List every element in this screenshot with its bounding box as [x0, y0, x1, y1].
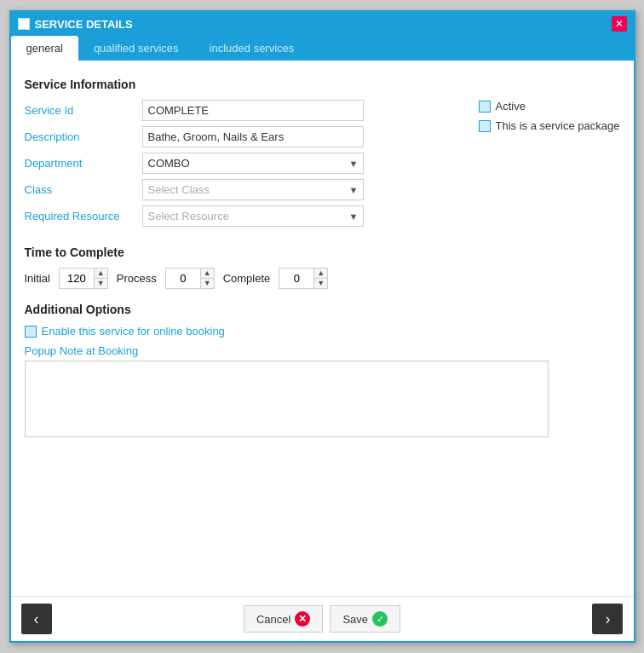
complete-input[interactable] [279, 269, 313, 287]
initial-spinner: ▲ ▼ [59, 268, 108, 289]
process-spinner: ▲ ▼ [165, 268, 215, 289]
service-package-checkbox[interactable] [479, 120, 491, 132]
title-bar: SERVICE DETAILS ✕ [11, 12, 634, 36]
required-resource-label: Required Resource [25, 210, 135, 222]
tab-bar: general qualified services included serv… [11, 36, 634, 61]
initial-input[interactable] [60, 269, 94, 287]
time-section-title: Time to Complete [25, 246, 620, 259]
additional-options-section: Additional Options Enable this service f… [25, 303, 620, 441]
department-select[interactable]: COMBO [142, 153, 364, 174]
active-checkbox-row: Active [479, 100, 620, 113]
save-label: Save [342, 613, 368, 626]
next-button[interactable]: › [592, 604, 623, 634]
process-arrows: ▲ ▼ [200, 269, 214, 288]
service-form-grid: Service Id Description Department COMBO … [25, 100, 445, 227]
online-booking-checkbox[interactable] [25, 326, 37, 338]
class-label: Class [25, 183, 135, 196]
process-up-button[interactable]: ▲ [201, 269, 214, 279]
tab-included-services[interactable]: included services [194, 36, 310, 61]
initial-up-button[interactable]: ▲ [95, 269, 107, 279]
service-information-title: Service Information [25, 78, 620, 91]
service-details-window: SERVICE DETAILS ✕ general qualified serv… [9, 10, 635, 643]
additional-options-title: Additional Options [25, 303, 620, 316]
process-down-button[interactable]: ▼ [201, 279, 214, 288]
active-label: Active [496, 100, 526, 113]
save-button[interactable]: Save ✓ [330, 605, 400, 633]
close-button[interactable]: ✕ [612, 16, 627, 32]
complete-spinner: ▲ ▼ [279, 268, 328, 289]
online-booking-label: Enable this service for online booking [42, 325, 225, 338]
process-label: Process [117, 272, 157, 285]
service-package-label: This is a service package [496, 119, 620, 132]
popup-note-textarea[interactable] [25, 361, 549, 437]
tab-qualified-services[interactable]: qualified services [78, 36, 194, 61]
process-input[interactable] [166, 269, 200, 287]
initial-arrows: ▲ ▼ [94, 269, 107, 288]
footer-center: Cancel ✕ Save ✓ [244, 605, 400, 633]
cancel-button[interactable]: Cancel ✕ [244, 605, 323, 633]
department-label: Department [25, 157, 135, 170]
complete-down-button[interactable]: ▼ [314, 279, 327, 288]
tab-general[interactable]: general [11, 36, 78, 61]
main-content: Service Information Service Id Descripti… [11, 61, 634, 596]
right-checkboxes: Active This is a service package [479, 100, 620, 132]
cancel-label: Cancel [256, 613, 290, 626]
department-select-wrapper: COMBO ▼ [142, 153, 364, 174]
description-label: Description [25, 130, 135, 143]
service-id-input[interactable] [142, 100, 364, 121]
service-id-label: Service Id [25, 104, 135, 117]
footer: ‹ Cancel ✕ Save ✓ › [11, 596, 634, 641]
description-input[interactable] [142, 126, 364, 147]
complete-arrows: ▲ ▼ [313, 269, 327, 288]
save-icon: ✓ [372, 611, 388, 627]
complete-up-button[interactable]: ▲ [314, 269, 327, 279]
class-select[interactable]: Select Class [142, 179, 364, 200]
service-info-section: Service Id Description Department COMBO … [25, 100, 620, 234]
resource-select-wrapper: Select Resource ▼ [142, 205, 364, 227]
prev-button[interactable]: ‹ [21, 604, 52, 634]
online-booking-row: Enable this service for online booking [25, 325, 620, 338]
left-form: Service Id Description Department COMBO … [25, 100, 445, 234]
window-title: SERVICE DETAILS [35, 18, 133, 31]
cancel-icon: ✕ [295, 611, 310, 627]
initial-label: Initial [25, 272, 50, 285]
initial-down-button[interactable]: ▼ [95, 279, 107, 288]
window-icon [18, 18, 30, 30]
popup-note-label: Popup Note at Booking [25, 344, 620, 357]
class-select-wrapper: Select Class ▼ [142, 179, 364, 200]
service-package-checkbox-row: This is a service package [479, 119, 620, 132]
time-row: Initial ▲ ▼ Process ▲ ▼ Complete [25, 268, 620, 289]
resource-select[interactable]: Select Resource [142, 205, 364, 227]
time-to-complete-section: Time to Complete Initial ▲ ▼ Process ▲ ▼ [25, 246, 620, 289]
complete-label: Complete [223, 272, 271, 285]
active-checkbox[interactable] [479, 101, 491, 113]
title-bar-left: SERVICE DETAILS [18, 18, 133, 31]
